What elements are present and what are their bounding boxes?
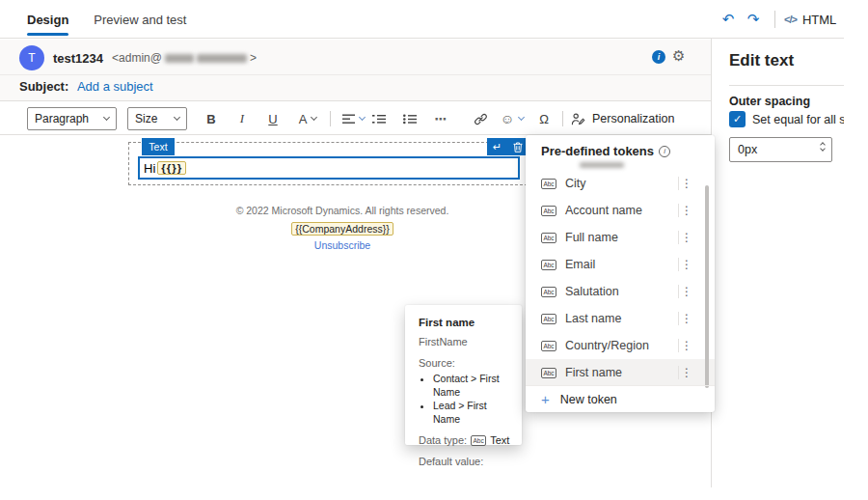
token-item-last-name[interactable]: Abc Last name ⋮ [526,305,715,332]
set-equal-checkbox[interactable]: ✓ [729,111,746,127]
enter-icon[interactable]: ↵ [487,138,507,155]
company-address-token[interactable]: {{CompanyAddress}} [291,222,393,236]
topbar-separator [774,11,775,28]
code-icon: </> [784,14,797,25]
paragraph-style-value: Paragraph [35,112,89,125]
numbered-list-button[interactable] [366,107,392,130]
redacted-partial-item [580,162,624,168]
row-divider [678,204,679,217]
tab-design-label: Design [27,13,68,27]
align-button[interactable] [336,107,370,130]
redacted-email-part [165,54,194,63]
tab-design[interactable]: Design [27,0,68,39]
bold-button[interactable]: B [199,107,224,130]
sender-avatar: T [19,45,44,70]
text-block-editor[interactable]: Hi {{}} [138,156,520,180]
more-options-icon[interactable]: ⋮ [681,278,692,305]
more-options-icon[interactable]: ⋮ [681,170,692,197]
text-type-icon: Abc [541,260,556,270]
numbered-list-icon [372,114,386,125]
more-options-icon[interactable]: ⋮ [681,305,692,332]
text-type-icon: Abc [471,435,486,446]
chevron-down-icon[interactable] [820,146,826,152]
token-label: Last name [565,312,621,325]
token-placeholder-chip[interactable]: {{}} [157,161,186,175]
chevron-down-icon [311,114,317,121]
tab-preview-and-test[interactable]: Preview and test [94,0,186,39]
more-options-icon[interactable]: ⋮ [681,251,692,278]
token-label: First name [565,366,622,379]
html-view-button[interactable]: HTML [802,13,836,27]
redacted-email-part [197,54,247,63]
token-item-account-name[interactable]: Abc Account name ⋮ [526,197,715,224]
underline-button[interactable]: U [260,107,285,130]
token-item-city[interactable]: Abc City ⋮ [526,170,715,197]
token-item-email[interactable]: Abc Email ⋮ [526,251,715,278]
link-button[interactable] [468,107,493,130]
sender-name: test1234 [53,51,103,66]
tab-preview-label: Preview and test [94,13,186,27]
gear-icon[interactable]: ⚙ [672,47,685,65]
email-header-section: T test1234 <admin@ > i ⚙ Subject: Add a … [0,40,711,101]
personalization-button[interactable]: Personalization [571,107,674,130]
more-options-icon[interactable]: ⋮ [681,197,692,224]
spacing-value: 0px [738,143,757,156]
data-type-value: Text [490,434,509,446]
sender-row: T test1234 <admin@ > [19,44,257,71]
tooltip-source-list: Contact > First Name Lead > First Name [433,372,510,426]
plus-icon: + [541,392,550,406]
special-character-button[interactable]: Ω [531,107,556,130]
chevron-down-icon [518,114,525,121]
data-type-label: Data type: [419,434,467,446]
chevron-down-icon [358,114,365,121]
emoji-icon: ☺ [501,111,514,126]
text-block-tag[interactable]: Text [142,138,175,155]
font-color-button[interactable]: A [291,107,324,130]
text-block-actions: ↵ [487,138,528,155]
text-type-icon: Abc [541,179,556,189]
spacing-spinner[interactable]: 0px [729,137,832,162]
italic-button[interactable]: I [230,107,255,130]
token-label: Country/Region [565,339,649,352]
more-options-icon[interactable]: ⋮ [681,332,692,359]
row-divider [678,312,679,325]
tooltip-title: First name [419,317,510,328]
dropdown-scrollbar[interactable] [705,185,709,388]
sender-email-close: > [250,51,257,65]
font-size-value: Size [135,112,157,125]
set-equal-label: Set equal for all sides [752,113,844,126]
font-color-glyph: A [299,112,308,126]
redo-icon[interactable]: ↷ [741,11,766,28]
token-label: Email [565,258,595,271]
token-label: Full name [565,231,618,244]
more-options-icon[interactable]: ⋮ [681,224,692,251]
info-icon[interactable]: i [659,146,670,157]
row-divider [678,258,679,271]
delete-block-button[interactable] [507,138,528,155]
token-item-first-name[interactable]: Abc First name ⋮ [526,359,715,386]
tooltip-data-type-row: Data type: Abc Text [419,434,510,446]
token-label: Account name [565,204,642,217]
panel-title: Edit text [729,51,794,70]
subject-input[interactable]: Add a subject [77,79,153,94]
more-options-icon[interactable]: ⋮ [681,359,692,386]
token-item-salutation[interactable]: Abc Salutation ⋮ [526,278,715,305]
toolbar-separator [330,111,331,126]
email-designer-window: Design Preview and test ↶ ↷ </> HTML T t… [0,0,868,500]
toolbar-separator [562,111,563,126]
subject-row: Subject: Add a subject [19,79,153,94]
text-block-selected[interactable]: Text ↵ Hi {{}} [128,142,528,185]
new-token-button[interactable]: + New token [526,385,715,412]
font-size-dropdown[interactable]: Size [127,107,187,130]
undo-icon[interactable]: ↶ [716,11,741,28]
tooltip-system-name: FirstName [419,336,510,347]
top-tab-bar: Design Preview and test ↶ ↷ </> HTML [0,0,844,39]
token-item-country-region[interactable]: Abc Country/Region ⋮ [526,332,715,359]
bullet-list-button[interactable] [397,107,422,130]
token-item-full-name[interactable]: Abc Full name ⋮ [526,224,715,251]
info-icon[interactable]: i [652,50,665,64]
emoji-button[interactable]: ☺ [495,107,529,130]
more-formatting-button[interactable]: ⋯ [428,107,453,130]
paragraph-style-dropdown[interactable]: Paragraph [27,107,117,130]
text-type-icon: Abc [541,233,556,243]
